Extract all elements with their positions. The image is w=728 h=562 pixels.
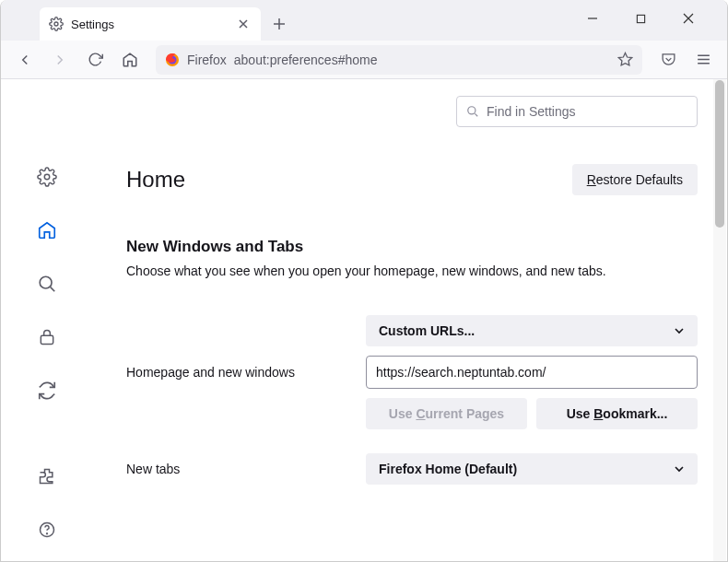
forward-button[interactable]: [45, 45, 75, 75]
window-close-button[interactable]: [674, 4, 703, 33]
scrollbar[interactable]: [713, 79, 726, 561]
close-icon[interactable]: [235, 16, 252, 32]
toolbar: Firefox about:preferences#home: [1, 41, 727, 79]
sidebar-privacy-icon[interactable]: [32, 322, 62, 352]
reload-button[interactable]: [80, 45, 110, 75]
restore-defaults-button[interactable]: Restore Defaults: [572, 164, 698, 195]
use-current-pages-button[interactable]: Use Current Pages: [366, 398, 527, 429]
svg-point-9: [47, 533, 48, 534]
search-icon: [466, 105, 479, 118]
address-text: about:preferences#home: [234, 53, 378, 67]
new-tab-button[interactable]: [264, 9, 294, 39]
newtabs-label: New tabs: [126, 462, 347, 476]
app-menu-button[interactable]: [688, 45, 718, 75]
use-bookmark-button[interactable]: Use Bookmark...: [536, 398, 698, 429]
svg-point-5: [44, 174, 50, 180]
sidebar-search-icon[interactable]: [32, 269, 62, 299]
gear-icon: [49, 17, 64, 31]
chevron-down-icon: [674, 463, 685, 474]
homepage-label: Homepage and new windows: [126, 365, 347, 380]
svg-marker-4: [618, 53, 631, 64]
settings-sidebar: [1, 79, 93, 561]
sidebar-extensions-icon[interactable]: [32, 462, 62, 491]
homepage-mode-dropdown[interactable]: Custom URLs...: [366, 315, 698, 346]
svg-point-10: [468, 107, 476, 114]
svg-rect-1: [637, 15, 644, 22]
section-heading: New Windows and Tabs: [126, 238, 698, 256]
home-button[interactable]: [115, 45, 145, 75]
address-bar[interactable]: Firefox about:preferences#home: [156, 45, 642, 75]
firefox-icon: [165, 53, 180, 67]
bookmark-star-icon[interactable]: [617, 52, 633, 67]
settings-search-input[interactable]: Find in Settings: [456, 96, 698, 127]
window-maximize-button[interactable]: [626, 4, 655, 33]
pocket-button[interactable]: [653, 45, 683, 75]
address-prefix: Firefox: [187, 53, 227, 67]
sidebar-help-icon[interactable]: [32, 515, 62, 544]
back-button[interactable]: [10, 45, 40, 75]
tab-bar: Settings: [1, 0, 727, 41]
tab-title: Settings: [71, 18, 228, 31]
page-title: Home: [126, 167, 572, 193]
svg-point-0: [54, 22, 58, 26]
homepage-url-input[interactable]: [366, 356, 698, 389]
sidebar-home-icon[interactable]: [32, 216, 62, 245]
chevron-down-icon: [674, 325, 685, 336]
svg-point-6: [40, 276, 52, 288]
section-description: Choose what you see when you open your h…: [126, 263, 698, 278]
newtabs-dropdown[interactable]: Firefox Home (Default): [366, 453, 698, 485]
window-minimize-button[interactable]: [578, 4, 607, 33]
sidebar-general-icon[interactable]: [32, 162, 62, 192]
search-placeholder: Find in Settings: [487, 104, 576, 119]
scrollbar-thumb[interactable]: [715, 80, 724, 228]
sidebar-sync-icon[interactable]: [32, 376, 62, 405]
browser-tab[interactable]: Settings: [40, 7, 261, 41]
svg-rect-7: [41, 335, 53, 344]
content-area: Find in Settings Home Restore Defaults N…: [1, 79, 727, 561]
settings-main: Find in Settings Home Restore Defaults N…: [93, 79, 727, 561]
